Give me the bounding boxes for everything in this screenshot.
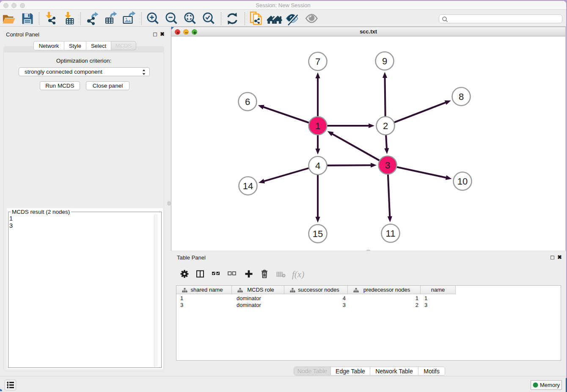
svg-text:8: 8 [459,91,464,102]
svg-text:3: 3 [385,160,390,171]
svg-text:11: 11 [386,228,396,239]
svg-text:9: 9 [382,56,387,66]
svg-text:1: 1 [315,121,320,131]
svg-text:10: 10 [457,176,468,187]
svg-text:4: 4 [315,160,320,171]
svg-text:15: 15 [313,229,323,239]
svg-text:7: 7 [315,56,320,67]
svg-text:14: 14 [243,181,253,191]
svg-text:2: 2 [383,121,388,131]
svg-text:6: 6 [245,97,250,107]
